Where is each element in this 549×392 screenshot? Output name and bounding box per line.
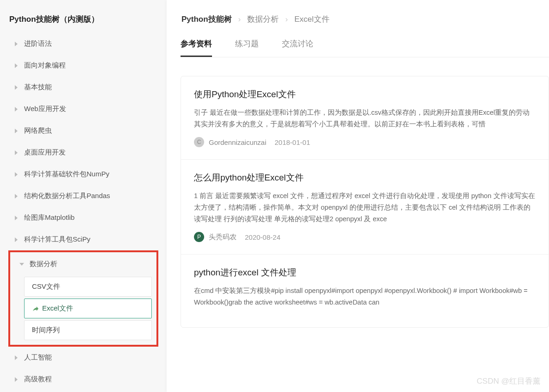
article-meta: C Gordennizaicunzai 2018-01-01	[194, 137, 536, 147]
tab-reference[interactable]: 参考资料	[181, 38, 212, 57]
article-date: 2020-08-24	[245, 233, 281, 241]
sidebar-item-pandas[interactable]: 结构化数据分析工具Pandas	[5, 185, 162, 207]
sidebar-subitem-timeseries[interactable]: 时间序列	[24, 320, 152, 340]
sidebar-item-advanced-syntax[interactable]: 进阶语法	[5, 33, 162, 55]
breadcrumb-separator: ›	[238, 15, 241, 24]
sidebar-item-desktop-dev[interactable]: 桌面应用开发	[5, 142, 162, 163]
article-item[interactable]: 使用Python处理Excel文件 引子 最近在做一些数据处理和计算的工作，因为…	[181, 76, 549, 160]
sidebar-item-label: 绘图库Matplotlib	[24, 213, 157, 222]
sidebar-item-advanced-tutorial[interactable]: 高级教程	[5, 368, 162, 390]
article-item[interactable]: 怎么用python处理Excel文件 1 前言 最近需要频繁读写 excel 文…	[181, 160, 549, 255]
sidebar-subitem-label: CSV文件	[32, 282, 60, 291]
article-author: Gordennizaicunzai	[209, 138, 266, 146]
sidebar-item-label: 科学计算工具包SciPy	[24, 235, 157, 244]
sidebar-item-label: Web应用开发	[24, 105, 157, 113]
chevron-right-icon	[15, 355, 18, 360]
sidebar-item-basic-skills[interactable]: 基本技能	[5, 76, 162, 98]
chevron-right-icon	[15, 107, 18, 112]
sidebar-item-label: 网络爬虫	[24, 126, 157, 135]
avatar: C	[194, 137, 204, 147]
sidebar-item-data-analysis[interactable]: 数据分析	[10, 253, 156, 275]
article-list: 使用Python处理Excel文件 引子 最近在做一些数据处理和计算的工作，因为…	[181, 76, 549, 328]
sidebar-subitem-csv[interactable]: CSV文件	[24, 277, 152, 297]
chevron-right-icon	[15, 237, 18, 242]
sidebar-item-numpy[interactable]: 科学计算基础软件包NumPy	[5, 163, 162, 185]
sidebar-item-label: 桌面应用开发	[24, 148, 157, 157]
sidebar-item-ai[interactable]: 人工智能	[5, 347, 162, 368]
leaf-icon	[32, 305, 38, 312]
sidebar-item-label: 面向对象编程	[24, 61, 157, 70]
article-desc: 引子 最近在做一些数据处理和计算的工作，因为数据是以.csv格式保存的，因此刚开…	[194, 107, 536, 130]
article-title: 怎么用python处理Excel文件	[194, 172, 536, 184]
breadcrumb-root[interactable]: Python技能树	[181, 14, 233, 25]
sidebar-subitem-excel[interactable]: Excel文件	[24, 299, 152, 318]
article-title: python进行excel 文件处理	[194, 267, 536, 279]
chevron-right-icon	[15, 85, 18, 90]
chevron-right-icon	[15, 172, 18, 177]
article-item[interactable]: python进行excel 文件处理 在cmd 中安装第三方模块#pip ins…	[181, 255, 549, 327]
sidebar-item-oop[interactable]: 面向对象编程	[5, 55, 162, 76]
sidebar-item-label: 结构化数据分析工具Pandas	[24, 192, 157, 200]
chevron-right-icon	[15, 42, 18, 46]
tab-exercises[interactable]: 练习题	[235, 38, 259, 57]
tab-discussion[interactable]: 交流讨论	[282, 38, 313, 57]
article-desc: 在cmd 中安装第三方模块#pip install openpyxl#impor…	[194, 285, 536, 308]
sidebar-item-web-dev[interactable]: Web应用开发	[5, 98, 162, 120]
tabs: 参考资料 练习题 交流讨论	[181, 38, 549, 57]
article-meta: P 头秃码农 2020-08-24	[194, 232, 536, 242]
chevron-down-icon	[19, 263, 24, 266]
sidebar-item-label: 科学计算基础软件包NumPy	[24, 170, 157, 179]
sidebar-item-web-scraping[interactable]: 网络爬虫	[5, 120, 162, 142]
chevron-right-icon	[15, 129, 18, 133]
chevron-right-icon	[15, 377, 18, 382]
sidebar-item-label: 人工智能	[24, 353, 157, 362]
sidebar: Python技能树（内测版） 进阶语法 面向对象编程 基本技能 Web应用开发 …	[0, 0, 167, 392]
sidebar-subitem-label: Excel文件	[42, 304, 73, 313]
breadcrumb-item[interactable]: 数据分析	[246, 14, 280, 25]
watermark: CSDN @红目香薰	[477, 376, 541, 386]
sidebar-item-scipy[interactable]: 科学计算工具包SciPy	[5, 229, 162, 250]
avatar: P	[194, 232, 204, 242]
chevron-right-icon	[15, 63, 18, 68]
article-author: 头秃码农	[209, 233, 237, 242]
sidebar-item-label: 进阶语法	[24, 39, 157, 48]
sidebar-item-matplotlib[interactable]: 绘图库Matplotlib	[5, 207, 162, 229]
breadcrumb-item[interactable]: Excel文件	[293, 14, 331, 25]
article-date: 2018-01-01	[274, 138, 310, 146]
highlight-annotation: 数据分析 CSV文件 Excel文件 时间序列	[8, 250, 158, 347]
article-title: 使用Python处理Excel文件	[194, 88, 536, 100]
main-panel: Python技能树 › 数据分析 › Excel文件 参考资料 练习题 交流讨论…	[167, 0, 549, 392]
chevron-right-icon	[15, 194, 18, 199]
chevron-right-icon	[15, 150, 18, 155]
breadcrumb: Python技能树 › 数据分析 › Excel文件	[181, 14, 549, 25]
sidebar-title: Python技能树（内测版）	[5, 14, 162, 33]
breadcrumb-separator: ›	[285, 15, 288, 24]
article-desc: 1 前言 最近需要频繁读写 excel 文件，想通过程序对 excel 文件进行…	[194, 190, 536, 224]
chevron-right-icon	[15, 216, 18, 220]
sidebar-item-label: 高级教程	[24, 375, 157, 384]
sidebar-item-label: 数据分析	[30, 260, 152, 268]
sidebar-subitem-label: 时间序列	[32, 326, 60, 335]
sidebar-item-label: 基本技能	[24, 83, 157, 92]
